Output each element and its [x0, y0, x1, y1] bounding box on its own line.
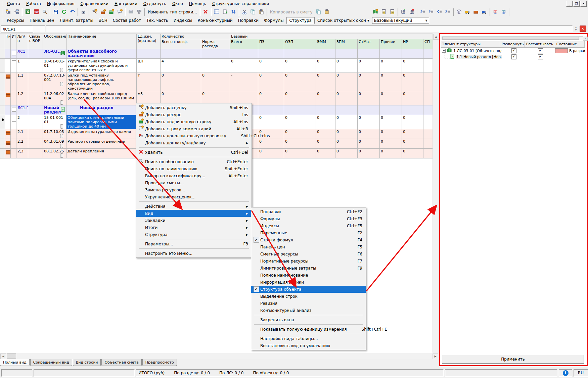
scrollbar-thumb[interactable] [7, 353, 16, 359]
cell-code[interactable]: 08.1.02.25 [43, 149, 66, 158]
cell-vor[interactable] [28, 49, 43, 59]
view-формулы[interactable]: ФормулыCtrl+F3 [251, 215, 366, 222]
cell-type[interactable] [5, 149, 11, 158]
tab-эсн[interactable]: ЭСН [96, 17, 110, 23]
sort-button[interactable] [229, 8, 238, 16]
cell-approve[interactable] [11, 91, 16, 105]
cell-prochie[interactable]: 0 [380, 59, 402, 73]
cell-number[interactable]: 2,3 [16, 149, 28, 158]
add-rate-button[interactable] [90, 8, 99, 16]
cell-nr[interactable]: 0 [402, 149, 423, 158]
cell-name[interactable]: Раствор готовый отделочный [66, 139, 137, 149]
ctx-добавить-строку-комментарий[interactable]: Добавить строку-комментарийAlt+R [136, 125, 252, 132]
cell-approve[interactable] [11, 115, 16, 129]
cell-prochie[interactable]: 0 [380, 139, 402, 149]
add-subrow-button[interactable] [107, 8, 116, 16]
cell-emm[interactable]: 0 [316, 139, 335, 149]
cell-emm[interactable]: 0 [316, 91, 335, 105]
row-checkbox[interactable] [12, 51, 16, 55]
ctx-поиск-по-обоснованию[interactable]: Поиск по обоснованиюCtrl+Enter [136, 158, 252, 165]
cell-emm[interactable]: 0 [316, 59, 335, 73]
row-checkbox[interactable] [12, 107, 16, 112]
view-закрепить-окна[interactable]: Закрепить окна [251, 316, 366, 323]
cell-prochie[interactable] [380, 49, 402, 59]
cell-vor[interactable] [28, 139, 43, 149]
cell-zpm[interactable]: 0 [335, 59, 358, 73]
cell-number[interactable]: 1,1 [16, 73, 28, 91]
save-button[interactable] [51, 8, 60, 16]
cell-nr[interactable] [402, 105, 423, 115]
cell-name[interactable]: Балка клееная хвойных пород (ель, сосна)… [66, 91, 137, 105]
truck-blue-button[interactable] [480, 8, 489, 16]
calc-checkbox[interactable]: ✔ [538, 54, 543, 59]
cell-prochie[interactable]: 0 [380, 129, 402, 139]
cell-ozp[interactable] [284, 49, 316, 59]
formula-input[interactable] [1, 26, 33, 33]
cell-type[interactable] [5, 73, 11, 91]
panel-spin-buttons[interactable]: ▲▼ [574, 26, 578, 32]
cell-emm[interactable]: 0 [316, 149, 335, 158]
tree-del-button[interactable] [408, 8, 416, 16]
cell-nr[interactable]: 0 [402, 73, 423, 91]
row-blocks-button[interactable] [135, 8, 143, 16]
page-pr-button[interactable]: ПР [388, 8, 397, 16]
view-настройка-вида-таблицы[interactable]: Настройка вида таблицы... [251, 335, 366, 342]
scroll-up-icon[interactable]: ▲ [433, 34, 439, 40]
cell-approve[interactable] [11, 139, 16, 149]
panel-scroll-right-icon[interactable]: › [583, 37, 588, 41]
cell-sp[interactable] [423, 91, 433, 105]
menubar-item-1[interactable]: Смета [4, 1, 23, 7]
compass-button[interactable] [455, 8, 463, 16]
menubar-item-3[interactable]: Информация [44, 1, 78, 7]
cell-number[interactable]: 2,1 [16, 129, 28, 139]
cell-vor[interactable] [28, 115, 43, 129]
tree-add-button[interactable] [399, 8, 408, 16]
cell-vor[interactable] [28, 91, 43, 105]
cell-nr[interactable]: 0 [402, 59, 423, 73]
cut-button[interactable] [240, 8, 249, 16]
view-конъюнктурный-анализ[interactable]: Конъюнктурный анализ [251, 307, 366, 314]
cell-type[interactable] [5, 139, 11, 149]
cell-sp[interactable] [423, 115, 433, 129]
cell-stmat[interactable]: 0 [358, 73, 380, 91]
cell-stmat[interactable]: 0 [358, 139, 380, 149]
view-сметные-ресурсы[interactable]: Сметные ресурсыF6 [251, 250, 366, 257]
ctx-поиск-по-наименованию[interactable]: Поиск по наименованиюShift+Enter [136, 165, 252, 172]
cell-prochie[interactable]: 0 [380, 115, 402, 129]
menubar-item-2[interactable]: Работа [23, 1, 44, 7]
ctx-добавить-доплату-надбавку[interactable]: Добавить доплату/надбавку▶ [136, 139, 252, 146]
cell-vor[interactable] [28, 129, 43, 139]
ctx-добавить-расценку[interactable]: Добавить расценкуShift+Ins [136, 104, 252, 111]
menubar-item-7[interactable]: Окно [169, 1, 186, 7]
view-информация-ячейки[interactable]: Информация ячейки [251, 279, 366, 286]
cell-unit[interactable] [137, 49, 161, 59]
cell-sp[interactable] [423, 73, 433, 91]
tab-состав-работ[interactable]: Состав работ [110, 17, 144, 23]
cell-code[interactable]: 15-01-001-01 [43, 115, 66, 129]
cell-emm[interactable]: 0 [316, 129, 335, 139]
cell-code[interactable]: Новый разделP [43, 105, 66, 115]
cell-number[interactable]: ЛС1.Р' [16, 105, 28, 115]
cell-pz[interactable]: 0 [258, 73, 284, 91]
close-icon[interactable]: ✕ [580, 1, 587, 7]
cell-pz[interactable]: 0 [258, 59, 284, 73]
cell-qty[interactable]: 0 [161, 73, 201, 91]
cell-vor[interactable] [28, 73, 43, 91]
book-badge-button[interactable] [371, 8, 380, 16]
cell-type[interactable] [5, 59, 11, 73]
table-button[interactable] [213, 8, 221, 16]
cell-stmat[interactable] [358, 49, 380, 59]
table-vertical-scrollbar[interactable]: ▲ [433, 34, 439, 352]
cell-zpm[interactable]: 0 [335, 129, 358, 139]
cell-name[interactable]: Укрупнительная сборка и установка констр… [66, 59, 137, 73]
cell-sp[interactable] [423, 129, 433, 139]
ctx-параметры[interactable]: Параметры...F3 [136, 240, 252, 247]
cell-prochie[interactable]: 0 [380, 73, 402, 91]
cell-approve[interactable] [11, 59, 16, 73]
cell-code[interactable]: 07.2.07.13-001 [43, 73, 66, 91]
tab-тех-часть[interactable]: Тех. часть [144, 17, 171, 23]
language-indicator[interactable]: RU [574, 369, 588, 377]
indent-up-button[interactable] [427, 8, 436, 16]
cell-pz[interactable]: 0 [258, 149, 284, 158]
cell-prochie[interactable]: 0 [380, 91, 402, 105]
